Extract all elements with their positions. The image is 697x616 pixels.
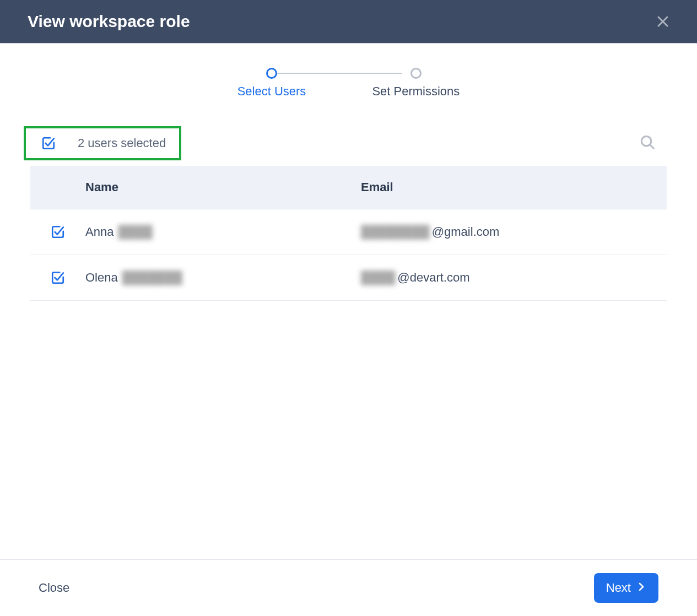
selected-count-label: 2 users selected [78,136,166,150]
next-button[interactable]: Next [594,573,658,603]
next-button-label: Next [606,581,631,595]
user-name-visible: Anna [85,225,114,239]
step-circle-inactive [410,68,422,79]
selection-summary-row: 2 users selected [30,126,667,166]
user-email-visible: @gmail.com [432,225,500,239]
svg-line-3 [650,145,654,149]
user-email-cell: ████ @devart.com [361,271,667,285]
step-select-users[interactable]: Select Users [237,68,306,99]
row-checkbox[interactable] [51,271,65,285]
table-header: Name Email [30,166,667,209]
table-header-check-col [30,180,85,194]
close-button[interactable]: Close [39,581,69,595]
selection-highlight: 2 users selected [24,126,181,160]
table-row[interactable]: Olena ███████ ████ @devart.com [30,255,667,301]
table-header-name: Name [85,180,361,194]
modal-header: View workspace role [0,0,697,44]
step-label: Select Users [237,84,306,99]
user-email-redacted: ████████ [361,225,430,239]
user-name-redacted: ████ [118,225,152,239]
select-all-checkbox[interactable] [41,136,56,150]
user-email-cell: ████████ @gmail.com [361,225,667,239]
row-checkbox[interactable] [51,225,65,239]
close-icon[interactable] [656,15,669,28]
user-name-cell: Anna ████ [85,225,361,239]
modal-footer: Close Next [0,559,697,616]
stepper: Select Users Set Permissions [0,44,697,115]
chevron-right-icon [636,581,646,595]
table-row[interactable]: Anna ████ ████████ @gmail.com [30,209,667,255]
user-name-cell: Olena ███████ [85,271,361,285]
content-area: 2 users selected Name Email Anna ████ [0,115,697,559]
user-email-visible: @devart.com [397,271,469,285]
step-set-permissions[interactable]: Set Permissions [372,68,460,99]
user-name-visible: Olena [85,271,118,285]
modal-title: View workspace role [28,12,190,31]
user-email-redacted: ████ [361,271,395,285]
table-header-email: Email [361,180,667,194]
user-name-redacted: ███████ [122,271,182,285]
step-circle-active [266,68,277,79]
step-label: Set Permissions [372,84,460,99]
search-icon[interactable] [639,134,656,153]
